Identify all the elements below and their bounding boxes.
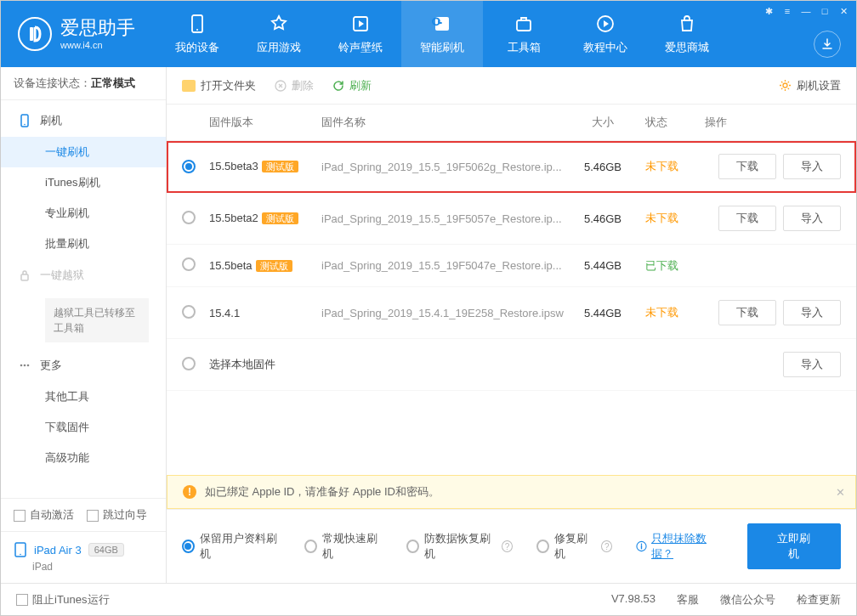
svg-point-10 bbox=[24, 124, 26, 126]
beta-tag: 测试版 bbox=[262, 212, 298, 224]
flash-mode-option[interactable]: 修复刷机? bbox=[536, 531, 612, 562]
firmware-row[interactable]: 选择本地固件导入 bbox=[167, 339, 856, 391]
svg-point-14 bbox=[27, 365, 30, 367]
firmware-row[interactable]: 15.5beta2测试版iPad_Spring_2019_15.5_19F505… bbox=[167, 193, 856, 245]
app-name: 爱思助手 bbox=[60, 17, 135, 39]
firmware-row[interactable]: 15.5beta3测试版iPad_Spring_2019_15.5_19F506… bbox=[167, 141, 856, 193]
win-minimize-icon[interactable]: — bbox=[800, 5, 812, 17]
firmware-row[interactable]: 15.4.1iPad_Spring_2019_15.4.1_19E258_Res… bbox=[167, 287, 856, 339]
tab-2[interactable]: 铃声壁纸 bbox=[320, 1, 401, 67]
sidebar-item[interactable]: 下载固件 bbox=[1, 412, 166, 443]
sidebar-item[interactable]: 专业刷机 bbox=[1, 198, 166, 229]
row-radio[interactable] bbox=[182, 305, 196, 319]
row-radio[interactable] bbox=[182, 257, 196, 271]
firmware-version: 选择本地固件 bbox=[209, 358, 275, 370]
notice-close-button[interactable]: ✕ bbox=[836, 486, 845, 499]
row-radio[interactable] bbox=[182, 357, 196, 370]
gear-icon bbox=[779, 79, 792, 92]
import-button[interactable]: 导入 bbox=[783, 352, 841, 377]
svg-rect-0 bbox=[30, 27, 33, 41]
more-icon bbox=[18, 359, 31, 372]
help-icon[interactable]: ? bbox=[502, 540, 513, 552]
firmware-size: 5.44GB bbox=[569, 259, 637, 272]
open-folder-button[interactable]: 打开文件夹 bbox=[182, 78, 256, 93]
firmware-status: 未下载 bbox=[637, 305, 705, 320]
erase-data-link[interactable]: 只想抹除数据？ bbox=[651, 531, 724, 562]
folder-icon bbox=[182, 80, 196, 92]
svg-point-12 bbox=[20, 365, 23, 367]
header-download-button[interactable] bbox=[814, 31, 841, 58]
download-button[interactable]: 下载 bbox=[718, 300, 776, 325]
tab-6[interactable]: 爱思商城 bbox=[646, 1, 728, 67]
support-link[interactable]: 客服 bbox=[677, 592, 699, 608]
tab-icon bbox=[676, 13, 698, 35]
block-itunes-checkbox[interactable]: 阻止iTunes运行 bbox=[16, 592, 110, 608]
svg-point-16 bbox=[20, 554, 21, 556]
svg-rect-11 bbox=[21, 274, 28, 280]
skip-guide-checkbox[interactable]: 跳过向导 bbox=[87, 507, 147, 523]
flash-mode-option[interactable]: 防数据恢复刷机? bbox=[406, 531, 513, 562]
sidebar-group-flash[interactable]: 刷机 bbox=[1, 105, 166, 137]
sidebar-item[interactable]: 其他工具 bbox=[1, 381, 166, 412]
sidebar-item[interactable]: 批量刷机 bbox=[1, 229, 166, 259]
firmware-size: 5.46GB bbox=[569, 161, 637, 173]
tab-4[interactable]: 工具箱 bbox=[483, 1, 565, 67]
row-radio[interactable] bbox=[182, 211, 196, 224]
beta-tag: 测试版 bbox=[262, 161, 298, 172]
firmware-version: 15.5beta2 bbox=[209, 212, 258, 224]
device-panel[interactable]: iPad Air 3 64GB iPad bbox=[1, 531, 166, 583]
settings-button[interactable]: 刷机设置 bbox=[779, 78, 841, 93]
firmware-version: 15.5beta3 bbox=[209, 160, 258, 172]
flash-mode-option[interactable]: 常规快速刷机 bbox=[304, 531, 383, 562]
svg-point-2 bbox=[196, 29, 198, 31]
help-icon[interactable]: ? bbox=[601, 540, 612, 552]
version-label: V7.98.53 bbox=[611, 592, 656, 608]
connection-status: 设备连接状态：正常模式 bbox=[1, 67, 166, 100]
flash-mode-option[interactable]: 保留用户资料刷机 bbox=[182, 531, 281, 562]
sidebar-group-more[interactable]: 更多 bbox=[1, 349, 166, 381]
import-button[interactable]: 导入 bbox=[783, 154, 841, 179]
window-controls: ✱ ≡ — □ ✕ bbox=[763, 5, 849, 17]
download-button[interactable]: 下载 bbox=[718, 206, 776, 231]
win-maximize-icon[interactable]: □ bbox=[819, 5, 831, 17]
th-size: 大小 bbox=[569, 115, 637, 130]
app-header: 爱思助手 www.i4.cn 我的设备应用游戏铃声壁纸智能刷机工具箱教程中心爱思… bbox=[1, 1, 856, 67]
download-button[interactable]: 下载 bbox=[718, 154, 776, 179]
import-button[interactable]: 导入 bbox=[783, 206, 841, 231]
sidebar-options: 自动激活 跳过向导 bbox=[1, 498, 166, 531]
table-header: 固件版本 固件名称 大小 状态 操作 bbox=[167, 105, 856, 141]
firmware-version: 15.4.1 bbox=[209, 307, 240, 319]
win-menu-icon[interactable]: ✱ bbox=[763, 5, 775, 17]
firmware-size: 5.44GB bbox=[569, 307, 637, 319]
logo-icon bbox=[18, 17, 52, 51]
tab-icon bbox=[349, 13, 372, 35]
win-list-icon[interactable]: ≡ bbox=[781, 5, 793, 17]
refresh-button[interactable]: 刷新 bbox=[332, 78, 372, 93]
beta-tag: 测试版 bbox=[256, 260, 292, 272]
toolbar: 打开文件夹 删除 刷新 刷机设置 bbox=[167, 67, 856, 105]
wechat-link[interactable]: 微信公众号 bbox=[720, 592, 775, 608]
th-version: 固件版本 bbox=[209, 115, 321, 130]
tab-3[interactable]: 智能刷机 bbox=[401, 1, 483, 67]
option-radio bbox=[182, 540, 195, 553]
th-status: 状态 bbox=[637, 115, 705, 130]
auto-activate-checkbox[interactable]: 自动激活 bbox=[14, 507, 74, 523]
import-button[interactable]: 导入 bbox=[783, 300, 841, 325]
check-update-link[interactable]: 检查更新 bbox=[797, 592, 841, 608]
tab-1[interactable]: 应用游戏 bbox=[238, 1, 320, 67]
sidebar-group-jailbreak-label: 一键越狱 bbox=[40, 268, 84, 283]
connection-value: 正常模式 bbox=[91, 76, 135, 89]
tab-0[interactable]: 我的设备 bbox=[156, 1, 238, 67]
sidebar-group-more-label: 更多 bbox=[40, 358, 62, 373]
tab-5[interactable]: 教程中心 bbox=[565, 1, 646, 67]
sidebar-item[interactable]: 高级功能 bbox=[1, 443, 166, 473]
sidebar-item[interactable]: iTunes刷机 bbox=[1, 167, 166, 198]
row-radio[interactable] bbox=[182, 160, 196, 173]
win-close-icon[interactable]: ✕ bbox=[837, 5, 849, 17]
flash-now-button[interactable]: 立即刷机 bbox=[747, 523, 841, 569]
sidebar-item[interactable]: 一键刷机 bbox=[1, 137, 166, 167]
svg-point-13 bbox=[24, 365, 26, 367]
firmware-row[interactable]: 15.5beta测试版iPad_Spring_2019_15.5_19F5047… bbox=[167, 245, 856, 287]
content-area: 打开文件夹 删除 刷新 刷机设置 固件版本 固件名称 bbox=[167, 67, 856, 583]
option-radio bbox=[304, 540, 317, 553]
